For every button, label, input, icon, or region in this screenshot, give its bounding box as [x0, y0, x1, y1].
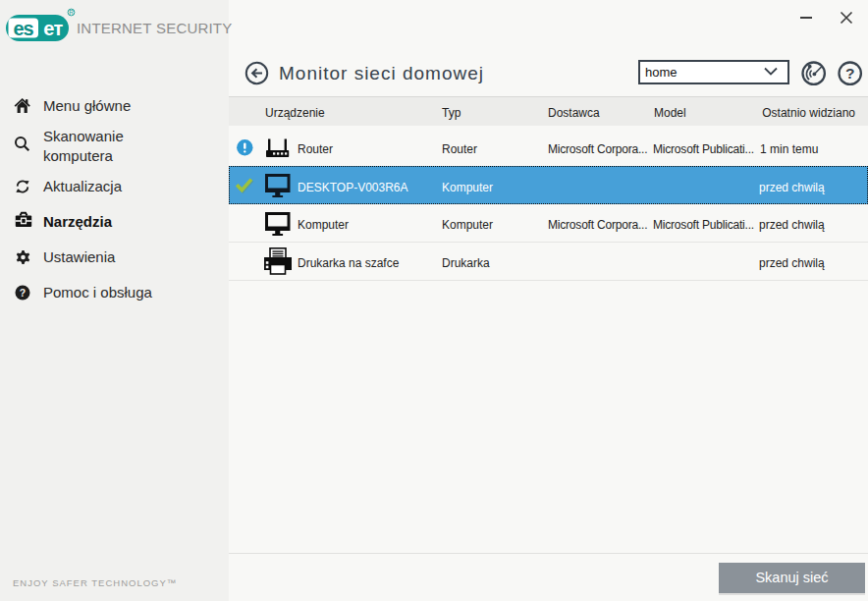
svg-text:es: es — [13, 18, 33, 39]
svg-text:?: ? — [845, 65, 854, 82]
svg-text:?: ? — [20, 287, 26, 299]
svg-text:ет: ет — [43, 18, 63, 39]
svg-text:R: R — [69, 9, 74, 16]
